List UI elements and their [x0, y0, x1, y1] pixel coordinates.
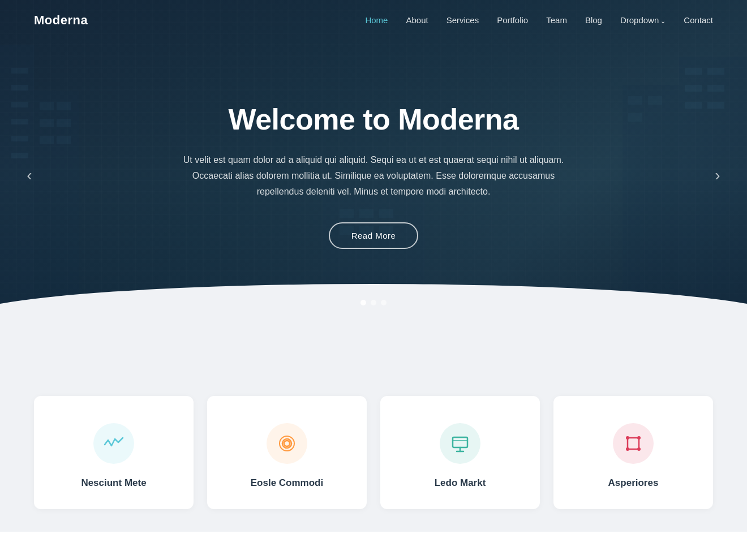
service-icon-wrap-4 — [613, 423, 654, 464]
service-title-4: Asperiores — [608, 477, 659, 489]
services-grid: Nesciunt Mete Eosle Commodi — [34, 396, 713, 509]
hero-cta-button[interactable]: Read More — [329, 222, 419, 249]
svg-point-40 — [626, 447, 629, 451]
svg-rect-33 — [453, 437, 467, 447]
activity-icon — [104, 433, 124, 454]
service-icon-wrap-1 — [93, 423, 134, 464]
svg-point-41 — [637, 447, 641, 451]
navbar: Moderna Home About Services Portfolio Te… — [0, 0, 747, 41]
svg-point-39 — [637, 436, 641, 440]
service-card-4: Asperiores — [553, 396, 713, 509]
hero-title: Welcome to Moderna — [170, 102, 577, 136]
service-card-3: Ledo Markt — [380, 396, 540, 509]
svg-point-32 — [284, 441, 290, 446]
brand-logo[interactable]: Moderna — [34, 13, 88, 28]
nav-about[interactable]: About — [406, 15, 428, 25]
nav-blog[interactable]: Blog — [585, 15, 602, 25]
hero-content: Welcome to Moderna Ut velit est quam dol… — [147, 102, 600, 249]
service-title-2: Eosle Commodi — [251, 477, 323, 489]
hero-curve-decoration — [0, 284, 747, 351]
hero-dot-3[interactable] — [381, 300, 387, 305]
hero-dot-1[interactable] — [360, 300, 366, 305]
service-card-2: Eosle Commodi — [207, 396, 367, 509]
bounding-box-icon — [623, 433, 643, 454]
nav-services[interactable]: Services — [447, 15, 479, 25]
hero-next-button[interactable]: › — [705, 163, 730, 188]
hero-prev-button[interactable]: ‹ — [17, 163, 42, 188]
svg-point-38 — [626, 436, 629, 440]
presentation-icon — [450, 433, 470, 454]
service-icon-wrap-3 — [440, 423, 480, 464]
service-card-1: Nesciunt Mete — [34, 396, 194, 509]
hero-section: ‹ Welcome to Moderna Ut velit est quam d… — [0, 0, 747, 351]
hero-description: Ut velit est quam dolor ad a aliquid qui… — [170, 152, 577, 200]
service-title-1: Nesciunt Mete — [81, 477, 146, 489]
service-icon-wrap-2 — [267, 423, 307, 464]
nav-team[interactable]: Team — [546, 15, 567, 25]
nav-home[interactable]: Home — [365, 15, 388, 25]
services-section: Nesciunt Mete Eosle Commodi — [0, 351, 747, 532]
hero-dot-2[interactable] — [371, 300, 376, 305]
nav-dropdown[interactable]: Dropdown⌄ — [620, 15, 666, 25]
svg-rect-37 — [628, 438, 639, 449]
nav-contact[interactable]: Contact — [684, 15, 713, 25]
nav-links: Home About Services Portfolio Team Blog … — [365, 15, 713, 25]
dropdown-arrow-icon: ⌄ — [660, 18, 666, 24]
radio-icon — [277, 433, 297, 454]
service-title-3: Ledo Markt — [435, 477, 486, 489]
nav-portfolio[interactable]: Portfolio — [497, 15, 528, 25]
hero-dots — [360, 300, 387, 305]
